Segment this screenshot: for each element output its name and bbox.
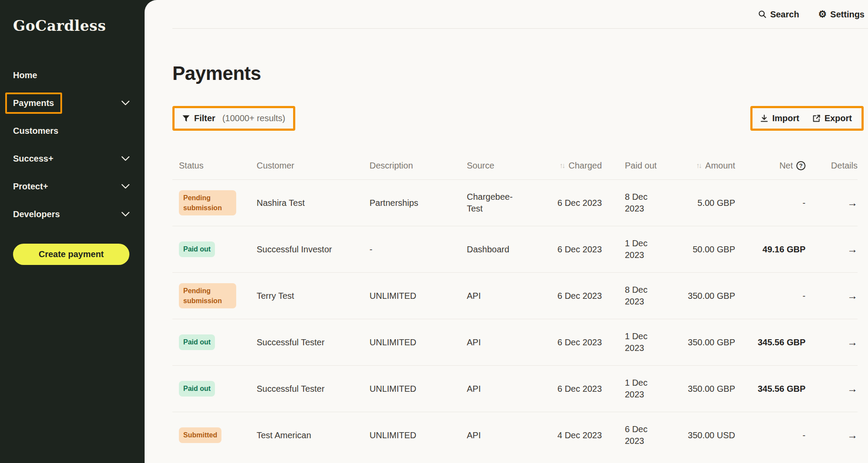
net-cell: 345.56 GBP: [735, 337, 805, 347]
row-details-arrow-icon[interactable]: →: [847, 197, 858, 209]
content: Payments Filter (10000+ results): [145, 63, 868, 458]
table-header-row: Status Customer Description Source ↑↓ Ch…: [172, 152, 858, 179]
amount-cell: 350.00 USD: [683, 430, 735, 440]
chevron-down-icon: [121, 184, 130, 189]
filter-funnel-icon: [182, 115, 190, 122]
col-header-amount[interactable]: ↑↓ Amount: [683, 160, 735, 171]
status-cell: Paid out: [172, 241, 249, 257]
settings-label: Settings: [830, 10, 865, 20]
details-cell: →: [805, 336, 858, 348]
table-row[interactable]: Paid out Successful Investor - Dashboard…: [172, 226, 858, 272]
source-cell: Dashboard: [459, 244, 540, 255]
details-cell: →: [805, 429, 858, 441]
sidebar-item-label: Home: [13, 70, 37, 80]
paid-out-cell: 1 Dec 2023: [602, 331, 683, 354]
charged-cell: 4 Dec 2023: [540, 430, 602, 440]
net-cell: -: [735, 430, 805, 440]
sort-icon[interactable]: ↑↓: [559, 162, 564, 170]
chevron-down-icon: [121, 100, 130, 106]
sidebar-item-label: Customers: [13, 126, 58, 136]
description-cell: -: [362, 245, 459, 255]
row-details-arrow-icon[interactable]: →: [847, 383, 858, 395]
sidebar: GoCardless Home Payments: [0, 0, 145, 463]
import-label: Import: [772, 113, 799, 123]
sidebar-item[interactable]: Payments: [0, 89, 145, 117]
source-cell: API: [459, 430, 540, 441]
sidebar-item[interactable]: Home: [0, 61, 145, 89]
sidebar-item-label: Protect+: [13, 182, 48, 192]
table-row[interactable]: Paid out Successful Tester UNLIMITED API…: [172, 365, 858, 412]
col-header-charged[interactable]: ↑↓ Charged: [540, 160, 602, 171]
net-cell: -: [735, 291, 805, 301]
charged-cell: 6 Dec 2023: [540, 291, 602, 301]
paid-out-cell: 1 Dec 2023: [602, 377, 683, 400]
status-cell: Pending submission: [172, 283, 249, 308]
col-header-details: Details: [805, 161, 858, 171]
customer-cell: Successful Tester: [249, 384, 362, 394]
row-details-arrow-icon[interactable]: →: [847, 243, 858, 255]
sidebar-item[interactable]: Success+: [0, 145, 145, 172]
col-header-source: Source: [459, 161, 540, 171]
details-cell: →: [805, 290, 858, 302]
status-badge: Paid out: [179, 334, 215, 350]
paid-out-cell: 8 Dec 2023: [602, 284, 683, 308]
sidebar-item-label: Payments: [13, 98, 54, 108]
results-count: (10000+ results): [222, 113, 285, 123]
settings-button[interactable]: ⚙ Settings: [818, 10, 865, 20]
net-cell: 345.56 GBP: [735, 384, 805, 394]
row-details-arrow-icon[interactable]: →: [847, 290, 858, 302]
search-button[interactable]: Search: [758, 10, 799, 20]
sidebar-item-label: Success+: [13, 154, 53, 164]
amount-cell: 350.00 GBP: [683, 291, 735, 301]
status-cell: Paid out: [172, 334, 249, 350]
sidebar-item[interactable]: Protect+: [0, 172, 145, 200]
col-header-net: Net ?: [735, 161, 805, 171]
description-cell: UNLIMITED: [362, 291, 459, 301]
chevron-down-icon: [121, 212, 130, 217]
filter-button[interactable]: Filter: [182, 113, 215, 123]
description-cell: UNLIMITED: [362, 430, 459, 440]
sidebar-item[interactable]: Customers: [0, 117, 145, 145]
sidebar-item-annotation: Success+: [13, 154, 53, 164]
col-header-paid-out: Paid out: [602, 161, 683, 171]
sidebar-item-annotation: Developers: [13, 209, 60, 219]
source-cell: API: [459, 337, 540, 348]
details-cell: →: [805, 383, 858, 395]
main-panel: Search ⚙ Settings Payments Filter (10000…: [145, 0, 868, 463]
gear-icon: ⚙: [818, 10, 827, 19]
sidebar-item[interactable]: Developers: [0, 200, 145, 228]
import-export-annotation-box: Import Export: [750, 106, 864, 131]
paid-out-cell: 6 Dec 2023: [602, 423, 683, 447]
paid-out-cell: 8 Dec 2023: [602, 191, 683, 215]
topbar: Search ⚙ Settings: [145, 0, 868, 29]
sort-icon[interactable]: ↑↓: [696, 162, 701, 170]
payments-table: Status Customer Description Source ↑↓ Ch…: [172, 152, 858, 458]
filter-label: Filter: [194, 113, 215, 123]
import-button[interactable]: Import: [760, 113, 799, 123]
details-cell: →: [805, 197, 858, 209]
customer-cell: Test American: [249, 430, 362, 440]
customer-cell: Successful Investor: [249, 245, 362, 255]
table-row[interactable]: Submitted Test American UNLIMITED API 4 …: [172, 412, 858, 458]
status-badge: Submitted: [179, 427, 221, 443]
sidebar-item-annotation: Protect+: [13, 182, 48, 192]
details-cell: →: [805, 243, 858, 255]
export-button[interactable]: Export: [812, 113, 852, 123]
source-cell: API: [459, 290, 540, 302]
header-divider: [172, 28, 868, 29]
description-cell: UNLIMITED: [362, 384, 459, 394]
sidebar-item-label: Developers: [13, 209, 60, 219]
paid-out-cell: 1 Dec 2023: [602, 238, 683, 261]
create-payment-button[interactable]: Create payment: [13, 244, 129, 265]
table-row[interactable]: Pending submission Terry Test UNLIMITED …: [172, 272, 858, 319]
status-cell: Pending submission: [172, 190, 249, 215]
row-details-arrow-icon[interactable]: →: [847, 429, 858, 441]
description-cell: UNLIMITED: [362, 337, 459, 347]
help-icon[interactable]: ?: [796, 161, 805, 170]
table-row[interactable]: Paid out Successful Tester UNLIMITED API…: [172, 319, 858, 365]
page-title: Payments: [172, 63, 858, 84]
table-row[interactable]: Pending submission Nashira Test Partners…: [172, 179, 858, 226]
search-label: Search: [770, 10, 799, 20]
toolbar: Filter (10000+ results) Import: [172, 106, 858, 131]
row-details-arrow-icon[interactable]: →: [847, 336, 858, 348]
